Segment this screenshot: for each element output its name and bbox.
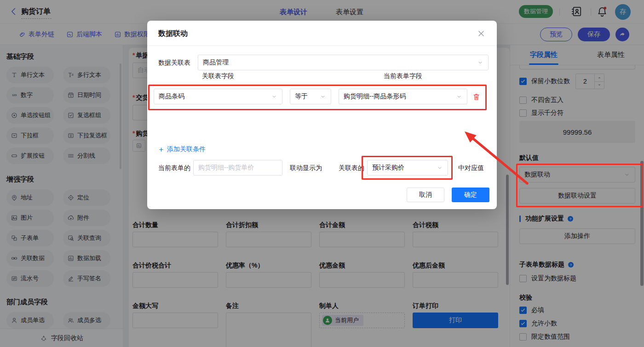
linkage-current-field-input[interactable]: 购货明细--购货单价 [193,160,282,176]
data-linkage-modal: 数据联动 数据关联表 商品管理 关联表字段 当前表单字段 商品条码 等于 购货明… [147,21,497,209]
condition-related-field-value: 商品条码 [159,92,184,101]
chevron-down-icon [271,93,277,100]
linkage-prefix-label: 当前表单的 [158,164,190,172]
add-condition-link[interactable]: 添加关联条件 [158,145,206,154]
form-designer-screen: 购货订单 表单设计 表单设置 数据管理 存 表单外链 后端脚本 数据权限 [0,0,644,347]
delete-condition-icon[interactable] [472,92,481,101]
close-icon[interactable] [477,29,486,38]
condition-related-field-select[interactable]: 商品条码 [154,89,282,104]
linkage-source-field-select[interactable]: 预计采购价 [367,160,448,176]
condition-current-field-select[interactable]: 购货明细--商品条形码 [339,89,467,104]
related-table-of-label: 关联表的 [339,164,364,172]
related-table-select[interactable]: 商品管理 [198,55,489,70]
corresponding-value-label: 中对应值 [458,164,484,172]
chevron-down-icon [320,93,326,100]
condition-operator-select[interactable]: 等于 [290,89,331,104]
related-table-value: 商品管理 [203,58,229,67]
condition-operator-value: 等于 [295,92,308,101]
condition-current-field-value: 购货明细--商品条形码 [344,92,406,101]
chevron-down-icon [456,93,462,100]
column-header-related-field: 关联表字段 [154,72,282,80]
modal-title: 数据联动 [158,29,188,39]
display-as-label: 联动显示为 [290,164,322,172]
confirm-button[interactable]: 确定 [452,188,489,202]
linkage-source-field-value: 预计采购价 [372,164,404,172]
related-table-label: 数据关联表 [158,59,190,67]
column-header-current-field: 当前表单字段 [339,72,467,80]
modal-divider [147,46,497,46]
plus-icon [158,147,164,153]
cancel-button[interactable]: 取消 [407,188,444,202]
add-condition-label: 添加关联条件 [167,145,206,154]
chevron-down-icon [437,165,443,171]
chevron-down-icon [477,59,483,66]
